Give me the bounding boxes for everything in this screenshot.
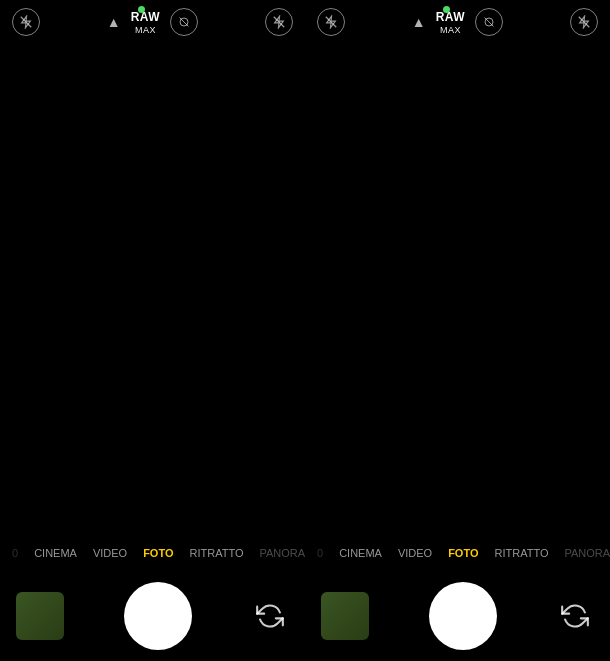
raw-indicator-right: RAW MAX	[436, 10, 466, 35]
mode-foto-right[interactable]: FOTO	[440, 547, 486, 559]
mode-foto-left[interactable]: FOTO	[135, 547, 181, 559]
mode-panorama-right[interactable]: PANORA	[556, 547, 610, 559]
viewfinder-left[interactable]: 🌼 0,5 1× 2 5	[0, 44, 305, 535]
mode-partial-right: 0	[309, 547, 331, 559]
camera-panel-left: ▲ RAW MAX	[0, 0, 305, 661]
mode-ritratto-left[interactable]: RITRATTO	[182, 547, 252, 559]
mode-bar-right: 0 CINEMA VIDEO FOTO RITRATTO PANORA	[305, 535, 610, 571]
live-icon-left[interactable]	[170, 8, 198, 36]
raw-indicator-left: RAW MAX	[131, 10, 161, 35]
shutter-button-left[interactable]	[124, 582, 192, 650]
mode-video-right[interactable]: VIDEO	[390, 547, 440, 559]
indicator-dot-right	[443, 6, 450, 13]
mode-partial-left: 0	[4, 547, 26, 559]
viewfinder-right[interactable]: 🌼 0,5 1× 2 5	[305, 44, 610, 535]
flash-icon-right[interactable]	[317, 8, 345, 36]
mode-panorama-left[interactable]: PANORA	[251, 547, 305, 559]
flip-button-right[interactable]	[556, 597, 594, 635]
indicator-dot-left	[138, 6, 145, 13]
flash-icon-left[interactable]	[12, 8, 40, 36]
mode-video-left[interactable]: VIDEO	[85, 547, 135, 559]
top-bar-right: ▲ RAW MAX	[305, 0, 610, 44]
camera-panel-right: ▲ RAW MAX	[305, 0, 610, 661]
top-bar-left: ▲ RAW MAX	[0, 0, 305, 44]
mode-ritratto-right[interactable]: RITRATTO	[487, 547, 557, 559]
live-icon-right[interactable]	[475, 8, 503, 36]
thumbnail-right[interactable]	[321, 592, 369, 640]
extra-icon-right[interactable]	[570, 8, 598, 36]
chevron-up-left[interactable]: ▲	[107, 14, 121, 30]
camera-app: ▲ RAW MAX	[0, 0, 610, 661]
extra-icon-left[interactable]	[265, 8, 293, 36]
shutter-button-right[interactable]	[429, 582, 497, 650]
bottom-bar-left	[0, 571, 305, 661]
mode-bar-left: 0 CINEMA VIDEO FOTO RITRATTO PANORA	[0, 535, 305, 571]
mode-cinema-left[interactable]: CINEMA	[26, 547, 85, 559]
thumbnail-left[interactable]	[16, 592, 64, 640]
flip-button-left[interactable]	[251, 597, 289, 635]
chevron-up-right[interactable]: ▲	[412, 14, 426, 30]
bottom-bar-right	[305, 571, 610, 661]
mode-cinema-right[interactable]: CINEMA	[331, 547, 390, 559]
